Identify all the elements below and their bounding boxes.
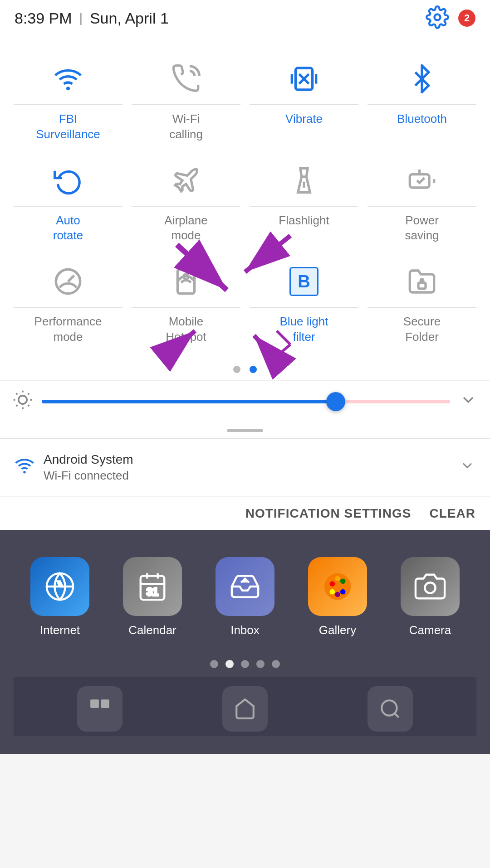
notif-expand-icon[interactable]: [459, 457, 475, 478]
camera-icon: [401, 557, 460, 616]
notification-badge[interactable]: 2: [458, 10, 475, 27]
dot-1: [233, 366, 240, 373]
wifi-calling-icon: [168, 61, 204, 97]
internet-icon: [30, 557, 89, 616]
svg-point-42: [382, 700, 397, 715]
qs-wifi-calling[interactable]: Wi-Ficalling: [127, 50, 245, 151]
secure-folder-icon: [404, 263, 440, 300]
qs-auto-rotate[interactable]: Autorotate: [9, 151, 127, 253]
svg-point-34: [340, 578, 346, 584]
brightness-thumb: [326, 392, 345, 411]
qs-auto-rotate-label: Autorotate: [53, 213, 83, 244]
svg-rect-14: [418, 283, 426, 289]
app-inbox[interactable]: Inbox: [216, 557, 274, 637]
app-camera[interactable]: Camera: [401, 557, 460, 637]
svg-point-33: [330, 581, 335, 587]
svg-text:31: 31: [147, 586, 158, 598]
inbox-icon: [216, 557, 274, 616]
vibrate-icon: [286, 61, 322, 97]
qs-power-saving-label: Powersaving: [405, 213, 439, 244]
brightness-icon: [13, 390, 33, 414]
home-dot-1: [210, 660, 218, 668]
qs-hotspot-label: MobileHotspot: [166, 314, 206, 345]
qs-vibrate-label: Vibrate: [285, 112, 323, 127]
svg-point-0: [435, 15, 441, 20]
qs-performance-label: Performancemode: [34, 314, 102, 345]
status-time: 8:39 PM: [15, 10, 72, 27]
qs-flashlight[interactable]: Flashlight: [245, 151, 363, 253]
svg-point-37: [335, 576, 340, 581]
qs-airplane-mode[interactable]: Airplanemode: [127, 151, 245, 253]
settings-button[interactable]: [426, 5, 449, 31]
notification-settings-button[interactable]: NOTIFICATION SETTINGS: [245, 506, 412, 521]
notif-wifi-icon: [15, 456, 34, 480]
svg-point-35: [340, 589, 346, 595]
hotspot-icon: [168, 263, 204, 300]
home-dot-4: [256, 660, 265, 668]
svg-rect-40: [90, 699, 99, 708]
auto-rotate-icon: [50, 162, 86, 199]
app-internet[interactable]: Internet: [30, 557, 89, 637]
qs-flashlight-label: Flashlight: [279, 213, 329, 228]
status-bar: 8:39 PM | Sun, April 1 2: [0, 0, 490, 36]
app-inbox-label: Inbox: [230, 623, 260, 637]
home-dot-2: [225, 660, 234, 668]
speedometer-icon: [50, 263, 86, 300]
qs-performance-mode[interactable]: Performancemode: [9, 252, 127, 354]
notif-source: Android System: [44, 452, 133, 467]
status-separator: |: [79, 11, 83, 25]
qs-blue-light-label: Blue lightfilter: [280, 314, 328, 345]
qs-bluetooth-label: Bluetooth: [397, 112, 447, 127]
brightness-slider[interactable]: [42, 399, 450, 404]
svg-point-39: [425, 582, 435, 593]
home-dot-3: [241, 660, 249, 668]
qs-secure-folder[interactable]: SecureFolder: [363, 252, 481, 354]
svg-point-15: [19, 396, 27, 404]
dock-item-2[interactable]: [222, 686, 268, 732]
clear-button[interactable]: CLEAR: [430, 506, 475, 521]
svg-rect-9: [410, 174, 429, 187]
notification-item-wifi[interactable]: Android System Wi-Fi connected: [0, 439, 490, 497]
svg-line-19: [28, 405, 29, 406]
svg-line-23: [28, 393, 29, 395]
qs-power-saving[interactable]: Powersaving: [363, 151, 481, 253]
quick-settings-panel: FBISurveillance Wi-Ficalling: [0, 36, 490, 438]
app-gallery-label: Gallery: [319, 623, 356, 637]
power-saving-icon: [404, 162, 440, 199]
dot-2: [250, 366, 257, 373]
dock-item-1[interactable]: [77, 686, 122, 732]
notif-status: Wi-Fi connected: [44, 469, 133, 483]
drag-handle-bar: [227, 429, 263, 432]
calendar-icon: 31: [123, 557, 182, 616]
qs-blue-light-filter[interactable]: B Blue lightfilter: [245, 252, 363, 354]
airplane-icon: [168, 162, 204, 199]
svg-point-36: [330, 589, 335, 595]
qs-page-dots: [0, 359, 490, 380]
drag-handle[interactable]: [0, 423, 490, 438]
svg-line-22: [16, 405, 18, 406]
brightness-row: [0, 380, 490, 423]
app-gallery[interactable]: Gallery: [308, 557, 367, 637]
app-camera-label: Camera: [409, 623, 451, 637]
qs-mobile-hotspot[interactable]: MobileHotspot: [127, 252, 245, 354]
brightness-track: [42, 400, 450, 403]
qs-fbi-surveillance[interactable]: FBISurveillance: [9, 50, 127, 151]
app-calendar-label: Calendar: [128, 623, 176, 637]
svg-rect-41: [101, 699, 109, 708]
qs-grid: FBISurveillance Wi-Ficalling: [0, 45, 490, 359]
wifi-icon: [50, 61, 86, 97]
app-internet-label: Internet: [40, 623, 80, 637]
home-dot-5: [272, 660, 280, 668]
qs-bluetooth[interactable]: Bluetooth: [363, 50, 481, 151]
dock-item-3[interactable]: [368, 686, 413, 732]
qs-airplane-label: Airplanemode: [164, 213, 207, 244]
qs-fbi-label: FBISurveillance: [36, 112, 100, 142]
home-page-dots: [14, 651, 476, 677]
homescreen: Internet 31 Calendar: [0, 530, 490, 754]
qs-vibrate[interactable]: Vibrate: [245, 50, 363, 151]
notif-actions: NOTIFICATION SETTINGS CLEAR: [0, 497, 490, 530]
brightness-expand-button[interactable]: [459, 391, 477, 413]
app-calendar[interactable]: 31 Calendar: [123, 557, 182, 637]
svg-line-18: [16, 393, 18, 395]
svg-point-38: [335, 592, 340, 597]
